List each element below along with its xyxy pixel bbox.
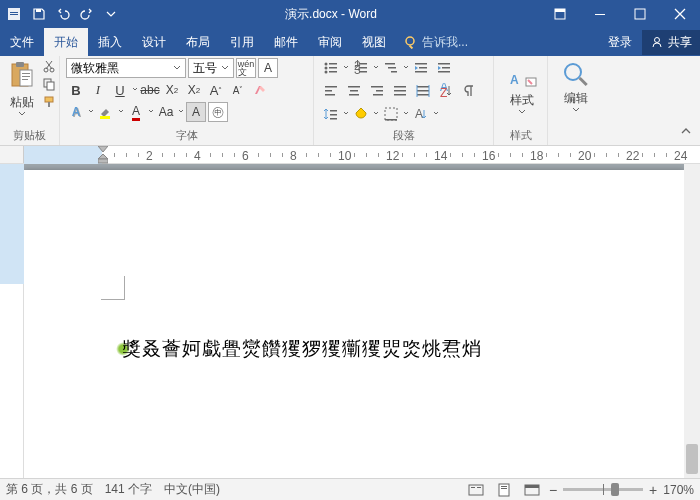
tell-me-search[interactable]: 告诉我... <box>396 34 476 51</box>
align-justify-icon[interactable] <box>389 81 411 101</box>
ribbon-options-icon[interactable] <box>540 0 580 28</box>
share-button[interactable]: 共享 <box>642 30 700 55</box>
chevron-down-icon[interactable] <box>178 109 184 115</box>
svg-rect-25 <box>329 63 337 65</box>
character-border-icon[interactable]: A <box>258 58 278 78</box>
chevron-down-icon <box>18 111 26 117</box>
chevron-down-icon[interactable] <box>343 65 349 71</box>
format-painter-icon[interactable] <box>40 94 58 110</box>
multilevel-list-icon[interactable] <box>380 58 402 78</box>
styles-button[interactable]: A 样式 <box>500 58 544 115</box>
clear-formatting-icon[interactable] <box>250 80 270 100</box>
bold-button[interactable]: B <box>66 80 86 100</box>
increase-indent-icon[interactable] <box>433 58 455 78</box>
web-layout-icon[interactable] <box>521 481 543 499</box>
line-spacing-icon[interactable] <box>320 104 342 124</box>
font-color-icon[interactable]: A <box>126 102 146 122</box>
svg-rect-5 <box>555 9 565 12</box>
phonetic-guide-icon[interactable]: wén文 <box>236 58 256 78</box>
cut-icon[interactable] <box>40 58 58 74</box>
login-button[interactable]: 登录 <box>598 34 642 51</box>
decrease-indent-icon[interactable] <box>410 58 432 78</box>
zoom-level[interactable]: 170% <box>663 483 694 497</box>
status-words[interactable]: 141 个字 <box>105 481 152 498</box>
enclose-char-icon[interactable]: ㊥ <box>208 102 228 122</box>
font-name-combo[interactable]: 微软雅黑 <box>66 58 186 78</box>
vertical-ruler[interactable] <box>0 164 24 490</box>
copy-icon[interactable] <box>40 76 58 92</box>
svg-rect-65 <box>385 108 397 120</box>
undo-icon[interactable] <box>52 3 74 25</box>
tab-insert[interactable]: 插入 <box>88 28 132 56</box>
svg-rect-14 <box>22 73 30 74</box>
underline-button[interactable]: U <box>110 80 130 100</box>
vertical-scrollbar[interactable] <box>684 164 700 490</box>
superscript-button[interactable]: X2 <box>184 80 204 100</box>
zoom-slider[interactable] <box>563 488 643 491</box>
strikethrough-button[interactable]: abc <box>140 80 160 100</box>
document-text[interactable]: 獎叒薈妸戱舋爕饡玃猡玃玂玃焸焁烑焄焇 <box>122 336 482 362</box>
tab-home[interactable]: 开始 <box>44 28 88 56</box>
zoom-in-button[interactable]: + <box>649 482 657 498</box>
chevron-down-icon[interactable] <box>403 65 409 71</box>
document-page[interactable]: 獎叒薈妸戱舋爕饡玃猡玃玂玃焸焁烑焄焇 <box>24 170 684 490</box>
redo-icon[interactable] <box>76 3 98 25</box>
text-effects-icon[interactable]: A <box>66 102 86 122</box>
grow-font-icon[interactable]: A˄ <box>206 80 226 100</box>
shrink-font-icon[interactable]: A˅ <box>228 80 248 100</box>
tab-design[interactable]: 设计 <box>132 28 176 56</box>
save-icon[interactable] <box>28 3 50 25</box>
status-page[interactable]: 第 6 页，共 6 页 <box>6 481 93 498</box>
paste-button[interactable]: 粘贴 <box>6 58 38 117</box>
collapse-ribbon-icon[interactable] <box>680 125 696 141</box>
print-layout-icon[interactable] <box>493 481 515 499</box>
chevron-down-icon[interactable] <box>403 111 409 117</box>
tab-file[interactable]: 文件 <box>0 28 44 56</box>
chevron-down-icon[interactable] <box>118 109 124 115</box>
subscript-button[interactable]: X2 <box>162 80 182 100</box>
bullets-icon[interactable] <box>320 58 342 78</box>
hanging-indent-icon[interactable] <box>98 154 108 164</box>
numbering-icon[interactable]: 123 <box>350 58 372 78</box>
chevron-down-icon[interactable] <box>373 65 379 71</box>
svg-rect-35 <box>359 71 367 73</box>
highlight-icon[interactable] <box>96 102 116 122</box>
distributed-icon[interactable] <box>412 81 434 101</box>
font-size-combo[interactable]: 五号 <box>188 58 234 78</box>
align-right-icon[interactable] <box>366 81 388 101</box>
chevron-down-icon <box>572 107 580 113</box>
tab-layout[interactable]: 布局 <box>176 28 220 56</box>
svg-rect-41 <box>415 71 427 73</box>
editing-button[interactable]: 编辑 <box>554 58 598 113</box>
chevron-down-icon[interactable] <box>433 111 439 117</box>
status-lang[interactable]: 中文(中国) <box>164 481 220 498</box>
horizontal-ruler[interactable]: 24681012141618202224 <box>0 146 700 164</box>
svg-rect-47 <box>325 94 335 96</box>
show-marks-icon[interactable] <box>458 81 480 101</box>
tab-references[interactable]: 引用 <box>220 28 264 56</box>
chevron-down-icon[interactable] <box>148 109 154 115</box>
tab-mail[interactable]: 邮件 <box>264 28 308 56</box>
sort-icon[interactable]: AZ <box>435 81 457 101</box>
read-mode-icon[interactable] <box>465 481 487 499</box>
minimize-icon[interactable] <box>580 0 620 28</box>
char-shading-icon[interactable]: A <box>186 102 206 122</box>
borders-icon[interactable] <box>380 104 402 124</box>
tab-review[interactable]: 审阅 <box>308 28 352 56</box>
italic-button[interactable]: I <box>88 80 108 100</box>
change-case-button[interactable]: Aa <box>156 102 176 122</box>
close-icon[interactable] <box>660 0 700 28</box>
chevron-down-icon[interactable] <box>373 111 379 117</box>
shading-icon[interactable] <box>350 104 372 124</box>
tab-view[interactable]: 视图 <box>352 28 396 56</box>
maximize-icon[interactable] <box>620 0 660 28</box>
qat-customize-icon[interactable] <box>100 3 122 25</box>
chevron-down-icon[interactable] <box>343 111 349 117</box>
first-line-indent-icon[interactable] <box>98 146 108 154</box>
align-center-icon[interactable] <box>343 81 365 101</box>
align-left-icon[interactable] <box>320 81 342 101</box>
chevron-down-icon[interactable] <box>88 109 94 115</box>
zoom-out-button[interactable]: − <box>549 482 557 498</box>
text-direction-icon[interactable]: A <box>410 104 432 124</box>
chevron-down-icon[interactable] <box>132 87 138 93</box>
